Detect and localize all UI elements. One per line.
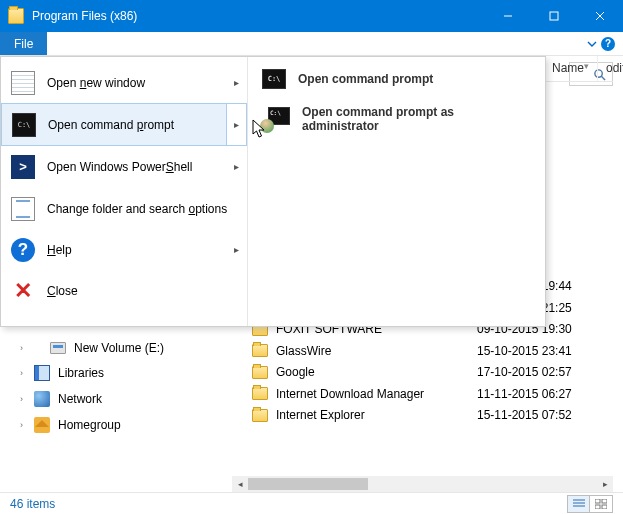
expander-icon[interactable]: ›: [20, 368, 23, 378]
window-title: Program Files (x86): [32, 9, 485, 23]
icons-view-icon[interactable]: [590, 496, 612, 512]
submenu-open-command-prompt-admin[interactable]: Open command prompt as administrator: [248, 97, 545, 141]
file-name: Internet Explorer: [276, 408, 477, 422]
menu-close[interactable]: ✕ Close: [1, 270, 247, 311]
cmd-icon: [12, 113, 36, 137]
menu-open-command-prompt[interactable]: Open command prompt ▸: [1, 103, 247, 146]
status-bar: 46 items: [0, 492, 623, 514]
view-toggle[interactable]: [567, 495, 613, 513]
column-date-modified[interactable]: odified▾: [598, 56, 623, 81]
expander-icon[interactable]: ›: [20, 343, 23, 353]
folder-icon: [252, 366, 268, 379]
submenu-indicator[interactable]: ▸: [226, 104, 246, 145]
navigation-tree[interactable]: ›New Volume (E:)›Libraries›Network›Homeg…: [10, 336, 210, 492]
close-x-icon: ✕: [11, 279, 35, 303]
expander-icon[interactable]: ›: [20, 394, 23, 404]
svg-rect-9: [595, 499, 600, 503]
svg-rect-1: [550, 12, 558, 20]
folder-icon: [252, 409, 268, 422]
file-date: 11-11-2015 06:27: [477, 387, 613, 401]
file-menu-panel: Open new window ▸ Open command prompt ▸ …: [0, 56, 546, 327]
scroll-left-icon[interactable]: ◂: [232, 476, 248, 492]
table-row[interactable]: Internet Download Manager11-11-2015 06:2…: [232, 383, 613, 405]
options-icon: [11, 197, 35, 221]
nav-label: Network: [58, 392, 102, 406]
file-name: Google: [276, 365, 477, 379]
file-date: 15-11-2015 07:52: [477, 408, 613, 422]
home-icon: [34, 417, 50, 433]
menu-folder-options[interactable]: Change folder and search options: [1, 188, 247, 229]
chevron-right-icon: ▸: [234, 77, 239, 88]
powershell-icon: [11, 155, 35, 179]
column-headers: Name▾ odified▾: [544, 56, 613, 82]
nav-item[interactable]: ›Network: [10, 386, 210, 412]
item-count: 46 items: [10, 497, 55, 511]
net-icon: [34, 391, 50, 407]
cmd-icon: [262, 69, 286, 89]
help-icon[interactable]: ?: [601, 37, 615, 51]
lib-icon: [34, 365, 50, 381]
table-row[interactable]: Google17-10-2015 02:57: [232, 362, 613, 384]
horizontal-scrollbar[interactable]: ◂ ▸: [232, 476, 613, 492]
svg-rect-12: [602, 505, 607, 509]
file-date: 15-10-2015 23:41: [477, 344, 613, 358]
expander-icon[interactable]: ›: [20, 420, 23, 430]
table-row[interactable]: Internet Explorer15-11-2015 07:52: [232, 405, 613, 427]
file-date: 17-10-2015 02:57: [477, 365, 613, 379]
table-row[interactable]: GlassWire15-10-2015 23:41: [232, 340, 613, 362]
maximize-button[interactable]: [531, 0, 577, 32]
nav-label: New Volume (E:): [74, 341, 164, 355]
nav-item[interactable]: ›Homegroup: [10, 412, 210, 438]
svg-rect-10: [602, 499, 607, 503]
minimize-button[interactable]: [485, 0, 531, 32]
file-name: GlassWire: [276, 344, 477, 358]
file-name: Internet Download Manager: [276, 387, 477, 401]
nav-label: Homegroup: [58, 418, 121, 432]
scroll-right-icon[interactable]: ▸: [597, 476, 613, 492]
folder-icon: [252, 344, 268, 357]
title-bar: Program Files (x86): [0, 0, 623, 32]
column-name[interactable]: Name▾: [544, 56, 598, 81]
ribbon-bar: File ?: [0, 32, 623, 56]
scrollbar-thumb[interactable]: [248, 478, 368, 490]
chevron-right-icon: ▸: [234, 244, 239, 255]
help-circle-icon: ?: [11, 238, 35, 262]
folder-icon: [8, 8, 24, 24]
menu-help[interactable]: ? Help ▸: [1, 229, 247, 270]
folder-icon: [252, 387, 268, 400]
nav-item[interactable]: ›Libraries: [10, 360, 210, 386]
details-view-icon[interactable]: [568, 496, 590, 512]
close-button[interactable]: [577, 0, 623, 32]
ribbon-expand-icon[interactable]: [587, 39, 597, 49]
mouse-cursor: [252, 119, 268, 141]
nav-label: Libraries: [58, 366, 104, 380]
window-icon: [11, 71, 35, 95]
file-menu-button[interactable]: File: [0, 32, 47, 55]
svg-rect-11: [595, 505, 600, 509]
drive-icon: [50, 342, 66, 354]
menu-open-new-window[interactable]: Open new window ▸: [1, 61, 247, 104]
file-menu-submenu: Open command prompt Open command prompt …: [248, 57, 545, 326]
file-menu-primary: Open new window ▸ Open command prompt ▸ …: [1, 57, 248, 326]
menu-open-powershell[interactable]: Open Windows PowerShell ▸: [1, 145, 247, 188]
submenu-open-command-prompt[interactable]: Open command prompt: [248, 61, 545, 97]
nav-item[interactable]: ›New Volume (E:): [10, 336, 210, 360]
chevron-right-icon: ▸: [234, 161, 239, 172]
